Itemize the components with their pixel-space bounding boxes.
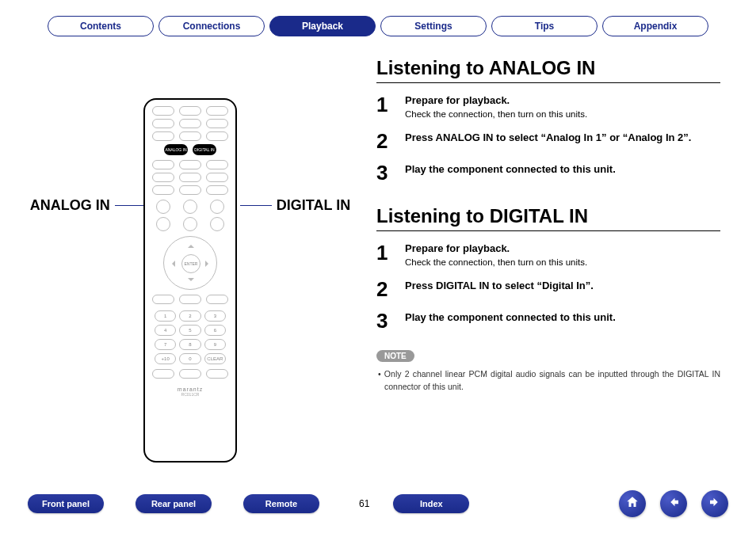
- nav-front-panel-button[interactable]: Front panel: [28, 494, 104, 513]
- nav-remote-button[interactable]: Remote: [243, 494, 319, 513]
- tab-playback[interactable]: Playback: [269, 16, 376, 36]
- remote-brand: marantz: [150, 386, 231, 392]
- remote-numpad: 1 2 3 4 5 6 7 8 9 +10 0 CLEAR: [155, 310, 226, 364]
- remote-control-graphic: ANALOG IN DIGITAL IN ENTER 1 2 3 4: [143, 98, 237, 463]
- analog-step-1: 1 Prepare for playback. Check the connec…: [376, 94, 720, 120]
- content-column: Listening to ANALOG IN 1 Prepare for pla…: [376, 51, 728, 463]
- step-number: 2: [376, 279, 394, 299]
- step-title: Play the component connected to this uni…: [405, 311, 616, 323]
- step-number: 3: [376, 162, 394, 183]
- step-title: Press ANALOG IN to select “Analog In 1” …: [405, 131, 691, 143]
- note-badge: NOTE: [376, 350, 414, 362]
- tab-settings[interactable]: Settings: [380, 16, 487, 36]
- step-number: 1: [376, 94, 394, 115]
- tab-tips[interactable]: Tips: [491, 16, 598, 36]
- remote-dpad: ENTER: [163, 236, 217, 290]
- heading-digital-in: Listening to DIGITAL IN: [376, 205, 720, 231]
- remote-btn-digital-in: DIGITAL IN: [193, 144, 216, 155]
- analog-step-3: 3 Play the component connected to this u…: [376, 162, 720, 183]
- home-icon: [625, 495, 640, 513]
- next-page-button[interactable]: [701, 490, 728, 517]
- prev-page-button[interactable]: [660, 490, 687, 517]
- step-title: Prepare for playback.: [405, 242, 720, 254]
- tab-contents[interactable]: Contents: [48, 16, 154, 36]
- bottom-nav-bar: Front panel Rear panel Remote 61 Index: [28, 490, 728, 517]
- digital-step-1: 1 Prepare for playback. Check the connec…: [376, 242, 720, 268]
- nav-index-button[interactable]: Index: [393, 494, 469, 513]
- step-title: Play the component connected to this uni…: [405, 163, 616, 175]
- remote-model: RC011CR: [150, 392, 231, 397]
- heading-analog-in: Listening to ANALOG IN: [376, 57, 720, 83]
- callout-line-left: [115, 205, 147, 206]
- arrow-right-icon: [708, 495, 722, 512]
- digital-step-2: 2 Press DIGITAL IN to select “Digital In…: [376, 279, 720, 299]
- top-tab-bar: Contents Connections Playback Settings T…: [28, 16, 728, 36]
- arrow-left-icon: [666, 495, 681, 512]
- nav-rear-panel-button[interactable]: Rear panel: [136, 494, 212, 513]
- step-number: 1: [376, 242, 394, 263]
- tab-appendix[interactable]: Appendix: [602, 16, 708, 36]
- home-button[interactable]: [619, 490, 646, 517]
- remote-enter-button: ENTER: [181, 254, 200, 273]
- step-subtext: Check the connection, then turn on this …: [405, 257, 587, 267]
- note-text: • Only 2 channel linear PCM digital audi…: [376, 368, 720, 394]
- step-title: Press DIGITAL IN to select “Digital In”.: [405, 280, 594, 291]
- callout-digital-in: DIGITAL IN: [277, 197, 350, 214]
- step-title: Prepare for playback.: [405, 94, 720, 106]
- step-number: 3: [376, 310, 394, 331]
- analog-step-2: 2 Press ANALOG IN to select “Analog In 1…: [376, 131, 720, 151]
- step-number: 2: [376, 131, 394, 151]
- digital-step-3: 3 Play the component connected to this u…: [376, 310, 720, 331]
- remote-btn-analog-in: ANALOG IN: [164, 144, 188, 155]
- step-subtext: Check the connection, then turn on this …: [405, 109, 587, 119]
- tab-connections[interactable]: Connections: [158, 16, 265, 36]
- page-number: 61: [359, 498, 369, 509]
- callout-analog-in: ANALOG IN: [30, 197, 110, 214]
- remote-illustration-panel: ANALOG IN DIGITAL IN ANALOG IN DIGITAL I…: [28, 51, 353, 463]
- callout-line-right: [240, 205, 272, 206]
